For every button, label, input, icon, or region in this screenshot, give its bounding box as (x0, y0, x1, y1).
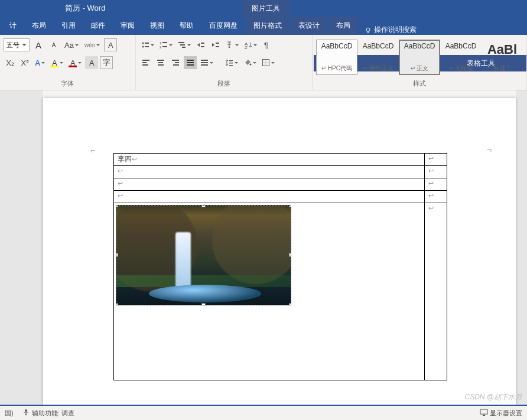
align-justify-button[interactable] (184, 56, 197, 69)
distribute-button[interactable] (199, 56, 215, 69)
svg-rect-32 (201, 62, 208, 63)
change-case-button[interactable]: Aa (63, 38, 80, 51)
cell-name[interactable]: 李四↩ (114, 154, 425, 166)
align-center-icon (157, 58, 165, 67)
tab-mailings[interactable]: 邮件 (83, 17, 113, 35)
cell[interactable]: ↩ (114, 178, 425, 191)
char-shading-button[interactable]: A (85, 56, 98, 69)
svg-rect-26 (175, 62, 179, 63)
resize-handle[interactable] (201, 303, 206, 305)
tell-me-search[interactable]: 操作说明搜索 (359, 25, 422, 35)
superscript-button[interactable]: X² (18, 56, 31, 69)
status-language[interactable]: 国) (5, 409, 14, 418)
shading-button[interactable] (242, 56, 258, 69)
numbering-button[interactable]: 12 (158, 38, 174, 51)
grow-font-button[interactable]: A (32, 38, 45, 51)
resize-handle[interactable] (116, 253, 118, 257)
align-center-button[interactable] (154, 56, 167, 69)
svg-rect-12 (201, 43, 204, 44)
svg-rect-24 (158, 64, 164, 66)
tab-review[interactable]: 审阅 (113, 17, 142, 35)
cell[interactable]: ↩ (424, 203, 447, 380)
bullets-button[interactable] (139, 38, 156, 51)
cell[interactable]: ↩ (424, 191, 447, 203)
status-accessibility[interactable]: 辅助功能: 调查 (22, 408, 74, 418)
style-heading-1[interactable]: AaBl 标题 1 (482, 40, 523, 75)
tab-references[interactable]: 引用 (54, 17, 83, 35)
tab-help[interactable]: 帮助 (172, 17, 201, 35)
outdent-icon (197, 41, 205, 49)
status-display-settings[interactable]: 显示器设置 (480, 408, 522, 418)
tab-baidu-netdisk[interactable]: 百度网盘 (201, 17, 245, 35)
cell[interactable]: ↩ (424, 166, 447, 178)
align-left-button[interactable] (139, 56, 152, 69)
decrease-indent-button[interactable] (194, 38, 207, 51)
sort-button[interactable]: AZ (242, 38, 259, 51)
tab-layout[interactable]: 布局 (24, 17, 54, 35)
svg-rect-8 (162, 46, 167, 47)
style-hpc-code[interactable]: AaBbCcD ↵ HPC代码 (316, 40, 357, 75)
cell-image[interactable] (114, 203, 425, 380)
tab-design[interactable]: 计 (2, 17, 24, 35)
document-area[interactable]: ⌐ ¬ 李四↩↩ ↩↩ ↩↩ ↩↩ (0, 90, 527, 405)
style-no-spacing[interactable]: AaBbCcD ↵ 无间隔 (440, 40, 482, 75)
borders-button[interactable] (260, 56, 276, 69)
resize-handle[interactable] (289, 253, 291, 257)
window-title: 简历 - Word (65, 3, 105, 14)
table-row: ↩↩ (114, 166, 447, 178)
resume-table[interactable]: 李四↩↩ ↩↩ ↩↩ ↩↩ (113, 153, 447, 380)
table-row: ↩ (114, 203, 447, 380)
multilevel-list-button[interactable] (176, 38, 193, 51)
font-size-combo[interactable]: 五号 (4, 38, 30, 51)
style-normal[interactable]: AaBbCcD ↵ 正文 (399, 40, 440, 75)
shrink-font-button[interactable]: A (47, 38, 60, 51)
show-marks-button[interactable]: ¶ (261, 38, 274, 51)
lightbulb-icon (365, 27, 372, 34)
tab-view[interactable]: 视图 (142, 17, 172, 35)
styles-gallery[interactable]: AaBbCcD ↵ HPC代码 AaBbCcD ↵ HPC正文 AaBbCcD … (316, 40, 523, 75)
cell[interactable]: ↩ (114, 191, 425, 203)
font-color-swatch (69, 66, 77, 67)
svg-rect-15 (216, 46, 219, 47)
font-color-button[interactable]: A (67, 56, 83, 69)
text-effects-button[interactable]: A (33, 56, 47, 69)
page[interactable]: ⌐ ¬ 李四↩↩ ↩↩ ↩↩ ↩↩ (43, 98, 516, 405)
resize-handle[interactable] (201, 205, 206, 207)
style-hpc-body[interactable]: AaBbCcD ↵ HPC正文 (357, 40, 399, 75)
subscript-button[interactable]: X₂ (4, 56, 17, 69)
tab-table-design[interactable]: 表设计 (291, 17, 327, 35)
svg-rect-36 (229, 65, 233, 66)
align-right-button[interactable] (169, 56, 182, 69)
style-preview: AaBbCcD (318, 42, 356, 50)
svg-point-0 (366, 28, 370, 31)
enclose-char-button[interactable]: 字 (100, 56, 113, 69)
resize-handle[interactable] (116, 303, 118, 305)
watermark-text: CSDN @赵下水月 (464, 392, 522, 402)
align-right-icon (171, 58, 180, 67)
tab-table-layout[interactable]: 布局 (328, 17, 358, 35)
cell[interactable]: ↩ (424, 178, 447, 191)
horizontal-ruler[interactable] (43, 90, 516, 98)
tab-picture-format[interactable]: 图片格式 (246, 17, 289, 35)
text-direction-button[interactable] (224, 38, 240, 51)
svg-rect-10 (180, 44, 185, 45)
svg-point-37 (249, 64, 251, 66)
svg-rect-2 (145, 43, 149, 44)
ctx-tab-picture-tools[interactable]: 图片工具 (242, 0, 289, 17)
phonetic-guide-button[interactable]: wén (83, 38, 102, 51)
resize-handle[interactable] (289, 205, 291, 207)
inserted-picture[interactable] (116, 205, 291, 305)
cell[interactable]: ↩ (114, 166, 425, 178)
line-spacing-button[interactable] (223, 56, 240, 69)
style-preview: AaBbCcD (359, 42, 397, 50)
highlight-button[interactable]: A (48, 56, 65, 69)
char-border-button[interactable]: A (104, 38, 117, 51)
cell[interactable]: ↩ (424, 154, 447, 166)
svg-rect-35 (229, 63, 233, 64)
resize-handle[interactable] (289, 303, 291, 305)
resize-handle[interactable] (116, 205, 118, 207)
group-font-label: 字体 (0, 79, 135, 90)
svg-rect-42 (480, 409, 487, 414)
linespacing-icon (225, 58, 233, 67)
increase-indent-button[interactable] (209, 38, 222, 51)
